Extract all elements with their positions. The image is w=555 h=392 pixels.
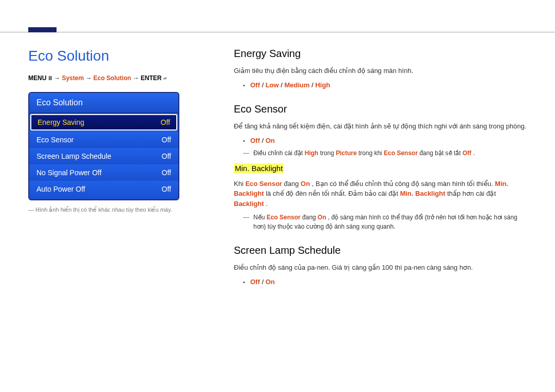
sub-note: Nếu Eco Sensor đang On , độ sáng màn hìn…	[243, 213, 527, 231]
section-heading: Screen Lamp Schedule	[234, 245, 527, 256]
panel-row-screen-lamp[interactable]: Screen Lamp Schedule Off	[29, 148, 178, 164]
panel-row-value: Off	[161, 118, 170, 126]
panel-row-auto-power[interactable]: Auto Power Off Off	[29, 181, 178, 199]
section-desc: Để tăng khả năng tiết kiệm điện, cài đặt…	[234, 121, 527, 132]
options-list: Off / On	[243, 277, 527, 287]
top-divider	[0, 0, 555, 32]
panel-row-energy-saving[interactable]: Energy Saving Off	[30, 114, 177, 130]
panel-row-no-signal[interactable]: No Signal Power Off Off	[29, 164, 178, 181]
panel-row-label: Auto Power Off	[36, 185, 85, 193]
panel-title: Eco Solution	[29, 93, 178, 113]
section-desc: Điều chỉnh độ sáng của pa-nen. Giá trị c…	[234, 263, 527, 273]
breadcrumb-menu: MENU	[28, 74, 46, 82]
section-energy-saving: Energy Saving Giảm tiêu thụ điện bằng cá…	[234, 48, 527, 90]
panel-row-value: Off	[162, 169, 171, 177]
options-list: Off / Low / Medium / High	[243, 80, 527, 90]
page-title: Eco Solution	[28, 48, 203, 64]
breadcrumb-eco: Eco Solution	[94, 74, 131, 82]
panel-row-value: Off	[162, 185, 171, 193]
section-heading: Energy Saving	[234, 48, 527, 60]
breadcrumb: MENU Ⅲ → System → Eco Solution → ENTER ⏎	[28, 74, 203, 82]
panel-row-label: No Signal Power Off	[36, 169, 102, 177]
section-desc: Giảm tiêu thụ điện bằng cách điều chỉnh …	[234, 66, 527, 76]
breadcrumb-enter: ENTER	[141, 74, 162, 82]
section-screen-lamp: Screen Lamp Schedule Điều chỉnh độ sáng …	[234, 245, 527, 287]
menu-panel: Eco Solution Energy Saving Off Eco Senso…	[28, 92, 179, 200]
menu-icon: Ⅲ	[48, 75, 52, 82]
section-heading: Eco Sensor	[234, 103, 527, 115]
panel-row-label: Energy Saving	[38, 118, 84, 126]
section-note: Điều chỉnh cài đặt High trong Picture tr…	[243, 148, 527, 158]
panel-row-label: Eco Sensor	[36, 136, 73, 144]
panel-row-eco-sensor[interactable]: Eco Sensor Off	[29, 132, 178, 148]
panel-row-value: Off	[162, 136, 171, 144]
panel-footnote: Hình ảnh hiển thị có thể khác nhau tùy t…	[28, 207, 203, 213]
breadcrumb-system: System	[62, 74, 84, 82]
options-list: Off / On	[243, 136, 527, 146]
section-eco-sensor: Eco Sensor Để tăng khả năng tiết kiệm đi…	[234, 103, 527, 231]
panel-row-value: Off	[162, 152, 171, 160]
enter-icon: ⏎	[163, 75, 167, 82]
sub-desc: Khi Eco Sensor đang On , Bạn có thể điều…	[234, 179, 527, 209]
panel-row-label: Screen Lamp Schedule	[36, 152, 112, 160]
sub-heading-min-backlight: Min. Backlight	[234, 163, 284, 173]
